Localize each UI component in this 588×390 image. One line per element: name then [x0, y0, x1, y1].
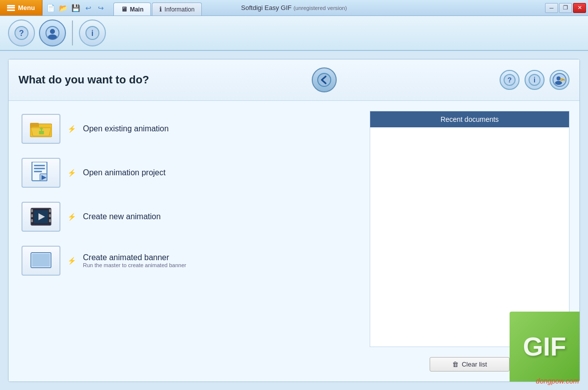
svg-text:i: i — [534, 76, 536, 84]
app-title: Softdigi Easy GIF (unregistered version) — [241, 4, 347, 11]
svg-rect-35 — [31, 219, 33, 222]
help-header-button[interactable]: ? — [500, 70, 520, 90]
header-right-icons: ? i — [500, 70, 570, 90]
titlebar: Menu 📄 📂 💾 ↩ ↪ 🖥 Main ℹ Information — [0, 0, 588, 16]
svg-rect-27 — [34, 165, 45, 166]
clear-list-label: Clear list — [462, 361, 487, 368]
svg-point-3 — [50, 29, 55, 34]
svg-rect-36 — [49, 209, 51, 212]
svg-text:?: ? — [19, 29, 24, 37]
info-toolbar-button[interactable]: i — [79, 19, 106, 46]
svg-rect-38 — [49, 219, 51, 222]
tab-bar: 🖥 Main ℹ Information — [109, 0, 203, 15]
create-new-icon-box — [21, 202, 60, 232]
help-icon: ? — [14, 26, 28, 40]
svg-rect-37 — [49, 214, 51, 217]
tab-information[interactable]: ℹ Information — [152, 2, 202, 15]
open-existing-label: Open existing animation — [83, 124, 169, 133]
gif-text: GIF — [523, 332, 567, 362]
help-toolbar-button[interactable]: ? — [8, 19, 35, 46]
recent-docs-header: Recent documents — [370, 111, 569, 127]
project-doc-icon: ▶ — [31, 162, 51, 184]
users-icon — [45, 26, 59, 40]
open-project-text: Open animation project — [83, 168, 165, 177]
svg-rect-28 — [34, 168, 45, 169]
create-new-label: Create new animation — [83, 212, 161, 221]
svg-text:i: i — [91, 29, 93, 37]
svg-rect-29 — [34, 171, 42, 172]
create-banner-text: Create animated banner Run the master to… — [83, 253, 186, 268]
watermark-site: dongpow.com — [536, 377, 579, 385]
app-subtitle: (unregistered version) — [293, 5, 347, 11]
svg-rect-33 — [31, 209, 33, 212]
tab-info-icon: ℹ — [159, 5, 162, 13]
svg-point-13 — [557, 76, 561, 80]
svg-rect-17 — [564, 79, 565, 81]
film-icon — [30, 207, 52, 226]
back-button[interactable] — [312, 67, 337, 92]
info-header-button[interactable]: i — [525, 70, 545, 90]
svg-text:▶: ▶ — [41, 174, 46, 181]
action-bolt-2: ⚡ — [67, 169, 76, 177]
tab-info-label: Information — [164, 6, 194, 13]
create-new-text: Create new animation — [83, 212, 161, 221]
redo-icon[interactable]: ↪ — [95, 2, 106, 13]
user-key-header-button[interactable] — [550, 70, 570, 90]
back-arrow-icon — [317, 73, 331, 87]
svg-rect-22 — [39, 131, 44, 134]
users-toolbar-button[interactable] — [39, 19, 66, 46]
menu-label: Menu — [18, 4, 35, 11]
open-existing-text: Open existing animation — [83, 124, 169, 133]
open-project-label: Open animation project — [83, 168, 165, 177]
create-banner-icon-box — [21, 246, 60, 276]
user-key-icon — [553, 73, 567, 87]
svg-point-14 — [555, 81, 562, 85]
left-actions: ⚡ Open existing animation ▶ — [18, 111, 360, 372]
window-controls: ─ ❐ ✕ — [545, 3, 588, 13]
toolbar-icons: 📄 📂 💾 ↩ ↪ — [42, 2, 109, 13]
tab-main-label: Main — [130, 6, 143, 13]
action-bolt-4: ⚡ — [67, 257, 76, 265]
open-file-icon[interactable]: 📂 — [58, 2, 69, 13]
trash-icon: 🗑 — [452, 361, 459, 368]
main-content: What do you want to do? ? i — [8, 59, 580, 382]
content-body: ⚡ Open existing animation ▶ — [8, 101, 580, 382]
undo-icon[interactable]: ↩ — [83, 2, 94, 13]
open-existing-action[interactable]: ⚡ Open existing animation — [18, 111, 360, 147]
page-title: What do you want to do? — [18, 73, 149, 86]
menu-icon — [7, 5, 15, 11]
minimize-button[interactable]: ─ — [545, 3, 558, 13]
open-project-icon-box: ▶ — [21, 158, 60, 188]
svg-point-4 — [48, 34, 57, 39]
create-new-action[interactable]: ⚡ Create new animation — [18, 199, 360, 235]
banner-icon — [30, 252, 52, 270]
create-banner-label: Create animated banner — [83, 253, 186, 262]
svg-rect-42 — [32, 254, 50, 267]
info-header-icon: i — [529, 74, 541, 86]
action-bolt-1: ⚡ — [67, 125, 76, 133]
tab-main[interactable]: 🖥 Main — [113, 2, 151, 15]
titlebar-left: Menu 📄 📂 💾 ↩ ↪ 🖥 Main ℹ Information — [0, 0, 203, 15]
info-icon: i — [85, 26, 99, 40]
action-bolt-3: ⚡ — [67, 213, 76, 221]
toolbar-separator — [72, 20, 73, 45]
close-button[interactable]: ✕ — [573, 3, 586, 13]
toolbar-area: ? i — [0, 16, 588, 51]
help-header-icon: ? — [504, 74, 516, 86]
gif-watermark: GIF — [510, 312, 580, 382]
save-file-icon[interactable]: 💾 — [70, 2, 81, 13]
create-banner-action[interactable]: ⚡ Create animated banner Run the master … — [18, 243, 360, 279]
svg-rect-34 — [31, 214, 33, 217]
svg-text:?: ? — [508, 76, 512, 84]
menu-button[interactable]: Menu — [0, 0, 42, 15]
restore-button[interactable]: ❐ — [559, 3, 572, 13]
open-project-action[interactable]: ▶ ⚡ Open animation project — [18, 155, 360, 191]
new-file-icon[interactable]: 📄 — [45, 2, 56, 13]
open-existing-icon-box — [21, 114, 60, 144]
content-header: What do you want to do? ? i — [8, 59, 580, 101]
clear-list-button[interactable]: 🗑 Clear list — [430, 357, 510, 372]
folder-open-icon — [30, 120, 52, 138]
create-banner-sublabel: Run the master to create animated banner — [83, 262, 186, 268]
tab-main-icon: 🖥 — [121, 5, 127, 13]
svg-point-7 — [318, 73, 331, 86]
